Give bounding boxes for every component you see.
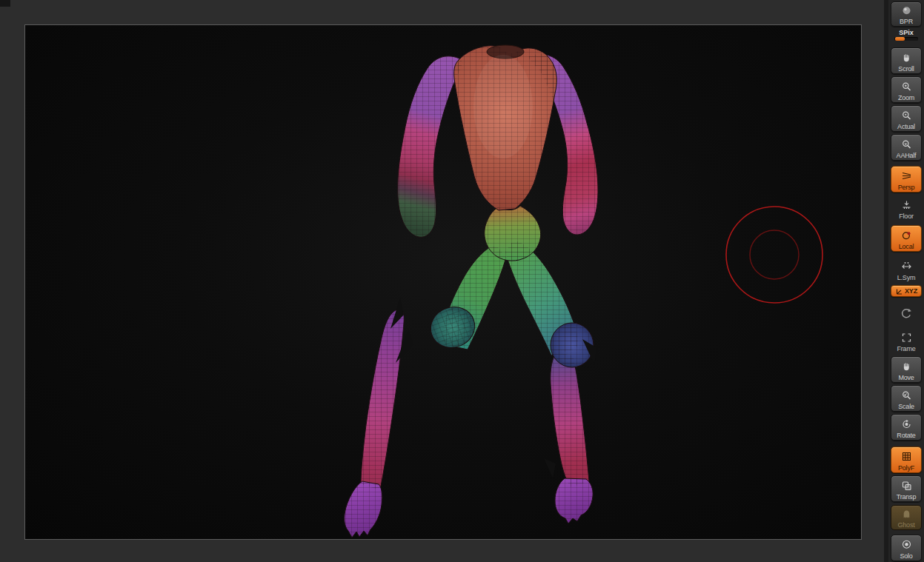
- spix-slider-knob[interactable]: [895, 37, 905, 41]
- scroll-hand-icon: [901, 50, 912, 65]
- rotate-axis-icon: [900, 308, 912, 323]
- scroll-button[interactable]: Scroll: [891, 47, 922, 74]
- scale-button[interactable]: Scale: [891, 385, 922, 412]
- aa-half-icon: [901, 136, 912, 152]
- polyframe-grid-icon: [901, 449, 912, 464]
- zoom-label: Zoom: [898, 94, 914, 101]
- floor-button[interactable]: Floor: [891, 195, 922, 221]
- ghost-icon: [901, 507, 912, 521]
- solo-label: Solo: [900, 552, 912, 560]
- local-label: Local: [899, 243, 914, 250]
- zbrush-window: BPR SPix Scroll Zoom Actual: [0, 0, 924, 562]
- bpr-render-icon: [901, 4, 912, 18]
- xyz-label: XYZ: [905, 287, 917, 295]
- persp-label: Persp: [898, 184, 915, 191]
- polyf-button[interactable]: PolyF: [891, 446, 922, 473]
- local-symmetry-icon: [901, 258, 912, 274]
- floor-label: Floor: [899, 213, 914, 220]
- local-pivot-icon: [901, 227, 912, 243]
- actual-size-icon: [901, 107, 912, 123]
- xyz-axis-icon: [895, 287, 903, 295]
- aahalf-label: AAHalf: [897, 152, 917, 159]
- rotate-button[interactable]: Rotate: [891, 414, 922, 441]
- zoom-magnifier-icon: [901, 78, 912, 94]
- rotate-icon: [901, 416, 912, 432]
- viewport-render[interactable]: [25, 25, 861, 539]
- model-highlight: [473, 55, 533, 158]
- rotation-gizmo: [726, 207, 822, 303]
- scale-magnifier-icon: [901, 387, 912, 403]
- frame-button[interactable]: Frame: [891, 327, 922, 354]
- zoom-button[interactable]: Zoom: [891, 76, 922, 103]
- local-button[interactable]: Local: [891, 225, 922, 252]
- actual-button[interactable]: Actual: [891, 105, 922, 132]
- scale-label: Scale: [898, 403, 914, 410]
- transparency-icon: [901, 478, 912, 493]
- rotate-label: Rotate: [897, 432, 915, 439]
- spix-slider-track[interactable]: [894, 37, 918, 41]
- spix-slider[interactable]: SPix: [891, 29, 922, 44]
- perspective-icon: [901, 168, 912, 184]
- xyz-button[interactable]: XYZ: [891, 285, 922, 297]
- model-mesh[interactable]: [345, 45, 598, 538]
- scroll-label: Scroll: [898, 65, 914, 73]
- bpr-label: BPR: [900, 18, 913, 25]
- right-shelf: BPR SPix Scroll Zoom Actual: [888, 0, 924, 562]
- ghost-label: Ghost: [897, 521, 914, 529]
- rotate-axis-button[interactable]: [891, 307, 922, 324]
- floor-grid-icon: [901, 197, 912, 213]
- polyf-label: PolyF: [898, 464, 914, 472]
- lsym-button[interactable]: L.Sym: [891, 256, 922, 283]
- actual-label: Actual: [897, 123, 915, 130]
- ghost-button[interactable]: Ghost: [891, 505, 922, 530]
- move-label: Move: [898, 374, 914, 381]
- move-hand-icon: [901, 358, 912, 374]
- transp-button[interactable]: Transp: [891, 475, 922, 502]
- solo-icon: [901, 537, 912, 552]
- frame-icon: [901, 329, 912, 345]
- transp-label: Transp: [897, 493, 916, 501]
- bpr-button[interactable]: BPR: [891, 1, 922, 27]
- persp-button[interactable]: Persp: [891, 166, 922, 193]
- frame-label: Frame: [897, 345, 915, 352]
- lsym-label: L.Sym: [897, 274, 916, 281]
- move-button[interactable]: Move: [891, 356, 922, 383]
- spix-label: SPix: [899, 29, 914, 36]
- document-canvas[interactable]: [24, 24, 862, 540]
- corner-notch: [0, 0, 10, 7]
- aahalf-button[interactable]: AAHalf: [891, 134, 922, 161]
- solo-button[interactable]: Solo: [891, 535, 922, 561]
